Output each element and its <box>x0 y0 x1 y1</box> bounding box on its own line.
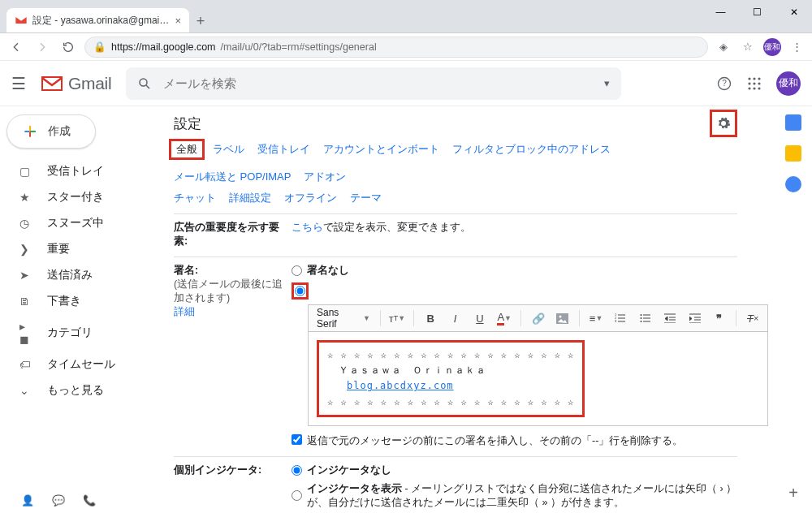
sidebar-item-label: スヌーズ中 <box>47 216 104 231</box>
star-icon: ★ <box>19 191 34 204</box>
signature-more-link[interactable]: 詳細 <box>174 306 195 317</box>
compose-button[interactable]: 作成 <box>6 114 96 149</box>
sidebar-item-label: 送信済み <box>47 268 93 282</box>
ad-settings-link[interactable]: こちら <box>292 222 323 233</box>
search-input[interactable] <box>163 76 593 90</box>
bullet-list-button[interactable] <box>636 308 655 328</box>
person-icon[interactable]: 👤 <box>21 494 34 507</box>
sidebar-item-label: 重要 <box>47 242 70 256</box>
kebab-menu[interactable]: ⋮ <box>788 41 806 53</box>
sidebar-item-label: もっと見る <box>47 383 104 398</box>
signature-name: Ｙａｓａｗａ Ｏｒｉｎａｋａ <box>327 363 574 378</box>
settings-tab[interactable]: ラベル <box>213 142 244 157</box>
sidebar-item-send[interactable]: ➤送信済み <box>6 264 156 287</box>
sidebar-item-inbox[interactable]: ▢受信トレイ <box>6 160 156 183</box>
nav-forward <box>32 41 52 54</box>
svg-point-0 <box>140 79 147 86</box>
gmail-wordmark: Gmail <box>68 74 111 93</box>
more-icon: ⌄ <box>19 384 34 397</box>
settings-tab[interactable]: 全般 <box>169 139 205 160</box>
svg-point-9 <box>748 87 750 89</box>
settings-tab[interactable]: 受信トレイ <box>257 142 310 157</box>
signature-stars-bottom: ☆ ☆ ☆ ☆ ☆ ☆ ☆ ☆ ☆ ☆ ☆ ☆ ☆ ☆ ☆ ☆ ☆ ☆ ☆ <box>327 394 574 410</box>
settings-tab[interactable]: オフライン <box>284 191 337 205</box>
nav-reload[interactable] <box>58 41 78 54</box>
sidebar-item-clock[interactable]: ◷スヌーズ中 <box>6 212 156 235</box>
tasks-addon-icon[interactable] <box>785 176 801 192</box>
window-close[interactable]: ✕ <box>775 0 812 24</box>
settings-gear-highlight[interactable] <box>710 110 737 137</box>
settings-title: 設定 <box>174 114 201 133</box>
signature-sublabel: (送信メールの最後に追加されます) <box>174 278 283 304</box>
sidebar-item-tag[interactable]: 🏷タイムセール <box>6 353 156 376</box>
search-box[interactable]: ▾ <box>126 67 621 100</box>
window-minimize[interactable]: ― <box>702 0 739 24</box>
help-icon[interactable]: ? <box>716 75 732 92</box>
svg-point-18 <box>640 317 641 319</box>
link-button[interactable]: 🔗 <box>528 308 547 328</box>
signature-none-radio[interactable] <box>292 265 302 276</box>
close-tab-icon[interactable]: × <box>175 15 181 26</box>
settings-tab[interactable]: フィルタとブロック中のアドレス <box>452 142 611 157</box>
sidebar-item-more[interactable]: ⌄もっと見る <box>6 379 156 402</box>
bold-button[interactable]: B <box>421 308 440 328</box>
keep-addon-icon[interactable] <box>785 145 801 162</box>
settings-tab[interactable]: アドオン <box>304 170 346 184</box>
signature-link[interactable]: blog.abcdxyz.com <box>347 380 454 391</box>
indicator-none-radio[interactable] <box>292 465 302 476</box>
svg-point-7 <box>753 82 755 84</box>
sidebar-item-star[interactable]: ★スター付き <box>6 186 156 209</box>
settings-tab[interactable]: メール転送と POP/IMAP <box>174 170 291 184</box>
quote-button[interactable]: ❞ <box>710 308 729 328</box>
image-button[interactable] <box>553 308 572 328</box>
address-bar-row: 🔒 https://mail.google.com/mail/u/0/?tab=… <box>0 33 812 61</box>
gmail-envelope-icon <box>41 75 63 92</box>
settings-tab[interactable]: チャット <box>174 191 216 205</box>
sidebar-item-label: カテゴリ <box>47 325 93 340</box>
addon-plus-button[interactable]: + <box>788 484 798 502</box>
sidebar-item-important[interactable]: ❯重要 <box>6 238 156 261</box>
settings-tab[interactable]: 詳細設定 <box>229 191 271 205</box>
clear-format-button[interactable]: T× <box>743 308 762 328</box>
settings-tab[interactable]: アカウントとインボート <box>323 142 439 157</box>
font-size-button[interactable]: тT▼ <box>387 308 407 328</box>
numbered-list-button[interactable]: 123 <box>611 308 630 328</box>
signature-label: 署名: <box>174 265 198 276</box>
window-maximize[interactable]: ☐ <box>739 0 775 24</box>
sidebar-item-category[interactable]: ▸ ◼カテゴリ <box>6 316 156 350</box>
text-color-button[interactable]: A▼ <box>495 308 514 328</box>
underline-button[interactable]: U <box>470 308 490 328</box>
font-family-select[interactable]: Sans Serif▼ <box>313 307 374 330</box>
nav-back[interactable] <box>6 41 26 54</box>
address-bar[interactable]: 🔒 https://mail.google.com/mail/u/0/?tab=… <box>84 37 708 58</box>
new-tab-button[interactable]: + <box>189 10 212 32</box>
browser-tab[interactable]: 設定 - yasawa.orinaka@gmail.co × <box>6 8 189 32</box>
align-button[interactable]: ≡▼ <box>586 308 606 328</box>
calendar-addon-icon[interactable] <box>785 114 801 131</box>
star-icon[interactable]: ☆ <box>739 41 757 53</box>
apps-icon[interactable] <box>747 76 762 91</box>
signature-custom-radio[interactable] <box>295 286 305 296</box>
sidebar-item-draft[interactable]: 🗎下書き <box>6 290 156 313</box>
gear-icon <box>716 116 731 131</box>
gmail-logo[interactable]: Gmail <box>41 74 111 93</box>
tab-title: 設定 - yasawa.orinaka@gmail.co <box>32 14 170 28</box>
phone-icon[interactable]: 📞 <box>83 494 96 507</box>
side-panel: + <box>775 106 812 513</box>
settings-tab[interactable]: テーマ <box>350 191 382 205</box>
indicator-none-label: インジケータなし <box>307 463 391 477</box>
italic-button[interactable]: I <box>445 308 464 328</box>
eye-icon[interactable]: ◈ <box>715 41 732 53</box>
profile-avatar-small[interactable]: 優和 <box>763 38 781 56</box>
lock-icon: 🔒 <box>93 41 106 53</box>
account-avatar[interactable]: 優和 <box>776 71 801 96</box>
hamburger-icon[interactable]: ☰ <box>11 74 26 93</box>
search-dropdown-icon[interactable]: ▾ <box>604 77 610 89</box>
indent-more-button[interactable] <box>685 308 704 328</box>
signature-editor[interactable]: ☆ ☆ ☆ ☆ ☆ ☆ ☆ ☆ ☆ ☆ ☆ ☆ ☆ ☆ ☆ ☆ ☆ ☆ ☆ Ｙａ… <box>308 332 768 426</box>
insert-before-checkbox[interactable] <box>292 434 302 445</box>
svg-point-8 <box>758 82 760 84</box>
indicator-show-radio[interactable] <box>292 490 302 501</box>
hangouts-icon[interactable]: 💬 <box>52 494 65 507</box>
indent-less-button[interactable] <box>660 308 680 328</box>
